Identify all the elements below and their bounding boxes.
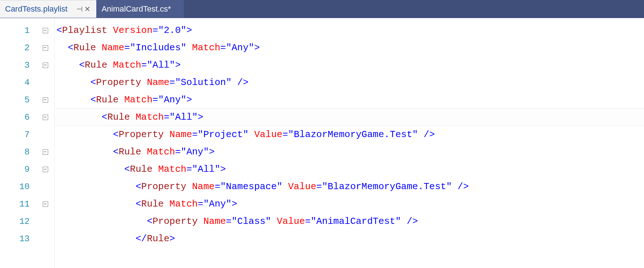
line-number: 5 <box>0 95 36 105</box>
line-number: 3 <box>0 60 36 70</box>
fold-toggle-icon[interactable]: − <box>43 97 48 103</box>
line-number: 6 <box>0 112 36 122</box>
fold-region: − <box>36 97 54 103</box>
line-number: 8 <box>0 147 36 157</box>
code-line[interactable]: <Rule Match="Any"> <box>55 143 644 161</box>
fold-toggle-icon[interactable]: − <box>43 28 48 33</box>
line-number: 7 <box>0 130 36 140</box>
fold-region: − <box>36 201 54 207</box>
line-number: 9 <box>0 165 36 174</box>
gutter: 1−2−3−45−6−78−9−1011−1213 <box>0 18 55 268</box>
code-line[interactable]: <Rule Name="Includes" Match="Any"> <box>55 39 644 56</box>
tab-label: AnimalCardTest.cs* <box>101 4 171 14</box>
fold-region: − <box>36 28 54 33</box>
tab-bar: CardTests.playlist ⊣ ✕ AnimalCardTest.cs… <box>0 0 644 18</box>
code-area[interactable]: <Playlist Version="2.0"> <Rule Name="Inc… <box>55 18 644 268</box>
fold-toggle-icon[interactable]: − <box>43 201 48 207</box>
line-number: 4 <box>0 78 36 88</box>
line-number: 2 <box>0 43 36 53</box>
editor: 1−2−3−45−6−78−9−1011−1213 <Playlist Vers… <box>0 18 644 268</box>
pin-icon[interactable]: ⊣ <box>75 5 83 13</box>
code-line[interactable]: <Rule Match="Any"> <box>55 91 644 109</box>
code-line[interactable]: <Property Name="Project" Value="BlazorMe… <box>55 126 644 143</box>
tab-inactive[interactable]: AnimalCardTest.cs* <box>96 0 184 18</box>
tab-label: CardTests.playlist <box>5 4 67 14</box>
code-line[interactable]: <Property Name="Class" Value="AnimalCard… <box>55 213 644 230</box>
code-line[interactable]: <Playlist Version="2.0"> <box>55 22 644 39</box>
fold-region: − <box>36 167 54 172</box>
code-line[interactable]: </Rule> <box>55 230 644 247</box>
fold-toggle-icon[interactable]: − <box>43 63 48 68</box>
fold-region: − <box>36 149 54 155</box>
code-line[interactable]: <Rule Match="Any"> <box>55 195 644 213</box>
line-number: 11 <box>0 199 36 209</box>
code-line[interactable]: <Rule Match="All"> <box>55 109 644 126</box>
code-line[interactable]: <Rule Match="All"> <box>55 56 644 74</box>
code-line[interactable]: <Property Name="Solution" /> <box>55 74 644 91</box>
line-number: 1 <box>0 26 36 35</box>
fold-toggle-icon[interactable]: − <box>43 167 48 172</box>
code-line[interactable]: <Rule Match="All"> <box>55 161 644 178</box>
fold-toggle-icon[interactable]: − <box>43 115 48 120</box>
line-number: 10 <box>0 182 36 192</box>
fold-toggle-icon[interactable]: − <box>43 149 48 155</box>
line-number: 13 <box>0 234 36 244</box>
fold-toggle-icon[interactable]: − <box>43 45 48 51</box>
fold-region: − <box>36 63 54 68</box>
fold-region: − <box>36 115 54 120</box>
tab-active[interactable]: CardTests.playlist ⊣ ✕ <box>0 0 96 18</box>
line-number: 12 <box>0 217 36 226</box>
code-line[interactable]: <Property Name="Namespace" Value="Blazor… <box>55 178 644 195</box>
close-icon[interactable]: ✕ <box>83 5 91 13</box>
fold-region: − <box>36 45 54 51</box>
